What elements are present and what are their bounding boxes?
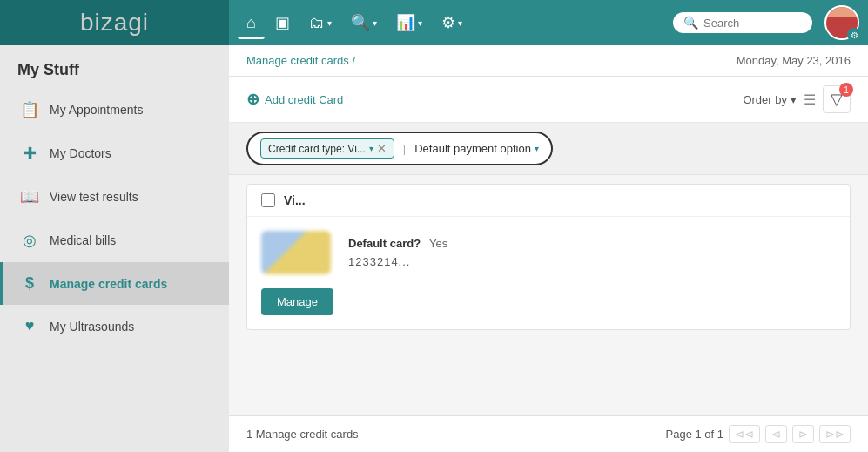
sidebar-item-test-results[interactable]: 📖 View test results bbox=[0, 175, 229, 219]
search-container: 🔍 bbox=[673, 12, 812, 33]
bizagi-logo: bizagi bbox=[80, 9, 149, 37]
search-input[interactable] bbox=[703, 17, 799, 30]
search-dropdown-icon: ▾ bbox=[373, 18, 377, 28]
filter-row: Credit card type: Vi... ▾ ✕ | Default pa… bbox=[229, 123, 868, 175]
card-item-body: Default card? Yes 1233214... bbox=[247, 217, 850, 288]
sidebar-item-medical-bills[interactable]: ◎ Medical bills bbox=[0, 219, 229, 262]
card-item: Vi... Default card? Yes 1233214... Manag… bbox=[246, 184, 851, 330]
filter-badge: 1 bbox=[839, 83, 853, 97]
nav-settings-button[interactable]: ⚙ ▾ bbox=[433, 6, 471, 39]
card-number: 1233214... bbox=[348, 255, 836, 268]
card-checkbox[interactable] bbox=[261, 193, 275, 207]
default-payment-filter[interactable]: Default payment option ▾ bbox=[414, 142, 539, 155]
test-results-icon: 📖 bbox=[20, 187, 39, 206]
nav-folder-button[interactable]: 🗂 ▾ bbox=[300, 7, 340, 39]
breadcrumb-bar: Manage credit cards / Monday, May 23, 20… bbox=[229, 45, 868, 77]
sidebar-item-credit-cards[interactable]: $ Manage credit cards bbox=[0, 262, 229, 305]
sidebar-item-medical-bills-label: Medical bills bbox=[50, 233, 116, 247]
avatar-gear-icon: ⚙ bbox=[847, 28, 861, 42]
logo-area: bizagi bbox=[0, 0, 229, 45]
settings-icon: ⚙ bbox=[441, 13, 455, 32]
pill-caret-icon: ▾ bbox=[369, 144, 373, 153]
card-list: Vi... Default card? Yes 1233214... Manag… bbox=[229, 175, 868, 415]
nav-home-button[interactable]: ⌂ bbox=[238, 7, 265, 39]
sidebar-item-appointments-label: My Appointments bbox=[50, 103, 143, 117]
add-credit-card-label: Add credit Card bbox=[265, 93, 343, 106]
nav-icons: ⌂ ▣ 🗂 ▾ 🔍 ▾ 📊 ▾ ⚙ ▾ bbox=[238, 6, 670, 39]
card-image bbox=[261, 231, 331, 274]
ultrasounds-icon: ♥ bbox=[20, 317, 39, 335]
search-icon: 🔍 bbox=[683, 16, 698, 30]
content-area: Manage credit cards / Monday, May 23, 20… bbox=[229, 45, 868, 452]
card-default-label: Default card? bbox=[348, 237, 421, 250]
order-caret-icon: ▾ bbox=[791, 93, 797, 106]
filter-button[interactable]: ▽ 1 bbox=[823, 85, 851, 113]
sidebar-item-credit-cards-label: Manage credit cards bbox=[50, 277, 167, 291]
order-by-button[interactable]: Order by ▾ bbox=[743, 93, 797, 106]
nav-search-button[interactable]: 🔍 ▾ bbox=[342, 6, 386, 39]
breadcrumb: Manage credit cards / bbox=[246, 54, 355, 67]
medical-bills-icon: ◎ bbox=[20, 231, 39, 250]
settings-dropdown-icon: ▾ bbox=[458, 18, 462, 28]
card-type-label: Vi... bbox=[284, 193, 306, 207]
sidebar-item-test-results-label: View test results bbox=[50, 190, 138, 204]
date-display: Monday, May 23, 2016 bbox=[737, 54, 851, 67]
sidebar-item-ultrasounds[interactable]: ♥ My Ultrasounds bbox=[0, 305, 229, 347]
pagination: Page 1 of 1 ⊲⊲ ⊲ ⊳ ⊳⊳ bbox=[666, 425, 851, 443]
filter-pill-label: Credit card type: Vi... bbox=[268, 143, 366, 155]
sidebar-item-doctors[interactable]: ✚ My Doctors bbox=[0, 132, 229, 175]
default-payment-caret-icon: ▾ bbox=[535, 144, 539, 153]
credit-cards-icon: $ bbox=[20, 274, 39, 293]
filter-separator: | bbox=[403, 142, 406, 155]
toolbar-right: Order by ▾ ☰ ▽ 1 bbox=[743, 85, 851, 113]
doctors-icon: ✚ bbox=[20, 144, 39, 163]
card-default-value: Yes bbox=[429, 237, 447, 250]
chart-dropdown-icon: ▾ bbox=[418, 18, 422, 28]
sidebar-item-ultrasounds-label: My Ultrasounds bbox=[50, 320, 134, 334]
chart-icon: 📊 bbox=[396, 13, 415, 32]
manage-button[interactable]: Manage bbox=[261, 288, 333, 315]
avatar-container[interactable]: ⚙ bbox=[824, 5, 859, 40]
folder-dropdown-icon: ▾ bbox=[327, 18, 332, 28]
sidebar: My Stuff 📋 My Appointments ✚ My Doctors … bbox=[0, 45, 229, 452]
home-icon: ⌂ bbox=[246, 14, 256, 32]
page-label: Page 1 of 1 bbox=[666, 428, 724, 441]
appointments-icon: 📋 bbox=[20, 100, 39, 119]
last-page-button[interactable]: ⊳⊳ bbox=[819, 425, 851, 443]
nav-inbox-button[interactable]: ▣ bbox=[266, 6, 299, 39]
sidebar-title: My Stuff bbox=[0, 45, 229, 88]
prev-page-button[interactable]: ⊲ bbox=[765, 425, 787, 443]
nav-chart-button[interactable]: 📊 ▾ bbox=[387, 6, 431, 39]
first-page-button[interactable]: ⊲⊲ bbox=[729, 425, 760, 443]
pill-close-icon[interactable]: ✕ bbox=[377, 142, 387, 155]
add-credit-card-button[interactable]: ⊕ Add credit Card bbox=[246, 90, 343, 109]
search-nav-icon: 🔍 bbox=[351, 13, 370, 32]
default-payment-label: Default payment option bbox=[414, 142, 531, 155]
card-item-header: Vi... bbox=[247, 185, 850, 217]
filter-pills-container: Credit card type: Vi... ▾ ✕ | Default pa… bbox=[246, 132, 553, 165]
result-count-label: 1 Manage credit cards bbox=[246, 428, 359, 441]
inbox-icon: ▣ bbox=[275, 13, 290, 32]
list-view-icon[interactable]: ☰ bbox=[804, 91, 816, 108]
credit-card-type-filter[interactable]: Credit card type: Vi... ▾ ✕ bbox=[260, 138, 394, 159]
plus-icon: ⊕ bbox=[246, 90, 259, 109]
order-by-label: Order by bbox=[743, 93, 787, 106]
sidebar-item-appointments[interactable]: 📋 My Appointments bbox=[0, 88, 229, 132]
next-page-button[interactable]: ⊳ bbox=[792, 425, 814, 443]
card-default-row: Default card? Yes bbox=[348, 237, 836, 250]
folder-icon: 🗂 bbox=[309, 14, 325, 32]
content-footer: 1 Manage credit cards Page 1 of 1 ⊲⊲ ⊲ ⊳… bbox=[229, 415, 868, 452]
sidebar-item-doctors-label: My Doctors bbox=[50, 146, 111, 160]
content-toolbar: ⊕ Add credit Card Order by ▾ ☰ ▽ 1 bbox=[229, 77, 868, 123]
card-details: Default card? Yes 1233214... bbox=[348, 237, 836, 268]
